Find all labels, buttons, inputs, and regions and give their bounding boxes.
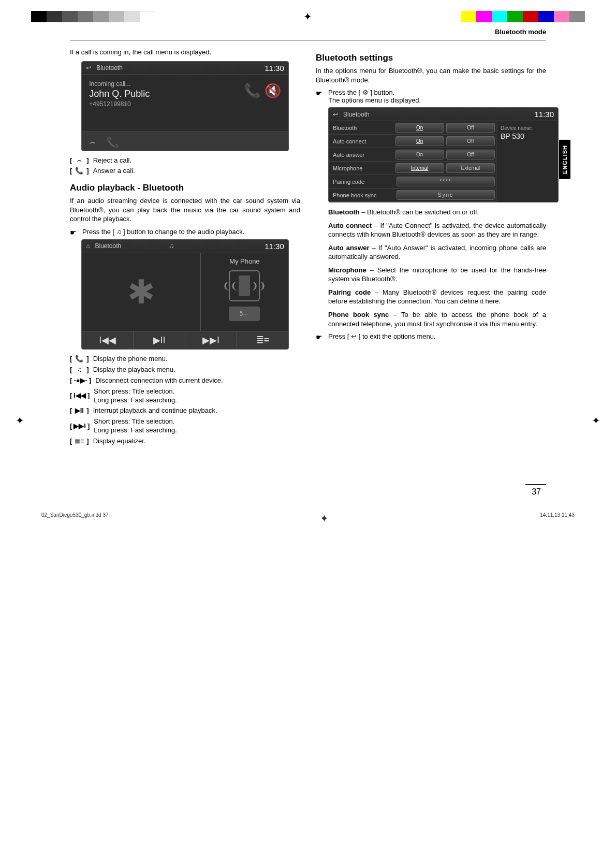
language-tab: ENGLISH (559, 140, 570, 179)
pickup-icon: 📞 (106, 136, 119, 149)
def-autoconnect: Auto connect – If "Auto Connect" is acti… (328, 221, 546, 239)
autoconnect-off: Off (446, 136, 495, 146)
audio-playback-screen: ⌂ Bluetooth ♫ 11:30 ✱ My Phone ❨❨❩❩ ⟟⟝ (81, 239, 289, 350)
phone-device-icon: ❨❨❩❩ (229, 270, 260, 301)
caller-number: +49512199810 (89, 100, 281, 108)
pointer-icon: ☛ (316, 333, 324, 341)
def-bluetooth: Bluetooth – Bluetooth® can be switched o… (328, 208, 546, 217)
registration-mark-icon: ✦ (303, 10, 312, 23)
def-pairing: Pairing code – Many Bluetooth® devices r… (328, 288, 546, 306)
section-header: Bluetooth mode (70, 28, 546, 40)
incoming-call-screen: ↩ Bluetooth 11:30 Incoming call... John … (81, 61, 289, 151)
mic-external: External (446, 163, 495, 173)
equalizer-icon: ≣≡ (237, 331, 288, 349)
page-number: 37 (525, 484, 546, 497)
clock: 11:30 (265, 64, 284, 72)
device-name: My Phone (229, 257, 260, 265)
home-icon: ⌂ (86, 242, 90, 250)
autoanswer-off: Off (446, 150, 495, 159)
bluetooth-on: On (395, 123, 444, 133)
prev-track-icon: I◀◀ (74, 391, 86, 400)
def-autoanswer: Auto answer – If "Auto Answer" is activa… (328, 243, 546, 262)
disconnect-icon: ⟟⟝ (229, 307, 260, 321)
bluetooth-off: Off (446, 123, 495, 133)
next-track-icon: ▶▶I (185, 331, 237, 349)
reject-icon: 🔇 (265, 83, 281, 99)
device-name-value: BP 530 (501, 132, 554, 140)
row-label: Auto answer (329, 149, 394, 161)
grayscale-swatches (31, 11, 154, 22)
clock: 11:30 (265, 242, 284, 251)
disconnect-desc: Disconnect connection with current devic… (95, 376, 300, 385)
pairing-code-value: **** (397, 177, 495, 186)
music-icon: ♫ (74, 366, 85, 374)
playback-menu-desc: Display the playback menu. (93, 366, 300, 374)
bluetooth-icon: ✱ (127, 273, 155, 311)
print-registration-bar: ✦ (0, 0, 616, 28)
pickup-icon: 📞 (74, 167, 85, 176)
footer-date: 14.11.13 11:43 (540, 512, 575, 525)
step-press-gear: Press the [ ⚙ ] button. (328, 89, 546, 96)
bluetooth-settings-screen: ↩ Bluetooth 11:30 Bluetooth On Off Auto … (328, 107, 559, 202)
intro-text: If a call is coming in, the call menu is… (70, 48, 300, 57)
audio-intro: If an audio streaming device is connecte… (70, 196, 300, 224)
row-label: Auto connect (329, 135, 394, 148)
def-sync: Phone book sync – To be able to access t… (328, 310, 546, 328)
row-label: Microphone (329, 162, 394, 175)
phone-menu-desc: Display the phone menu. (93, 355, 300, 364)
clock: 11:30 (534, 110, 554, 119)
audio-heading: Audio playback - Bluetooth (70, 183, 300, 193)
reject-call-desc: Reject a call. (93, 156, 300, 165)
pointer-icon: ☛ (316, 90, 324, 97)
row-label: Bluetooth (329, 122, 394, 134)
settings-intro: In the options menu for Bluetooth®, you … (316, 66, 546, 84)
autoanswer-on: On (395, 150, 444, 159)
sync-button: Sync (397, 190, 495, 200)
play-pause-icon: ▶II (134, 331, 185, 349)
exit-step: Press [ ↩ ] to exit the options menu. (328, 332, 546, 340)
eq-desc: Display equalizer. (93, 437, 300, 446)
equalizer-icon: ≣≡ (74, 437, 85, 446)
next-desc: Short press: Title selection. Long press… (94, 417, 300, 435)
audio-step: Press the [ ♫ ] button to change to the … (82, 228, 300, 236)
pause-desc: Interrupt playback and continue playback… (93, 407, 300, 415)
phone-icon: 📞 (74, 355, 85, 364)
def-microphone: Microphone – Select the microphone to be… (328, 266, 546, 284)
prev-track-icon: I◀◀ (82, 331, 134, 349)
pointer-icon: ☛ (70, 229, 78, 236)
screen-title: Bluetooth (96, 64, 123, 71)
row-label: Pairing code (329, 176, 395, 188)
row-label: Phone book sync (329, 189, 395, 201)
play-pause-icon: ▶II (74, 407, 85, 415)
hangup-icon: ⌢ (74, 156, 85, 165)
prev-desc: Short press: Title selection. Long press… (94, 387, 300, 405)
music-tab-icon: ♫ (169, 242, 174, 250)
back-icon: ↩ (333, 111, 338, 118)
autoconnect-on: On (395, 136, 444, 146)
color-swatches (461, 11, 585, 22)
screen-title: Bluetooth (95, 242, 122, 250)
footer-file: 02_SanDiego530_gb.indd 37 (41, 512, 109, 525)
step-result: The options menu is displayed. (328, 96, 546, 104)
device-name-label: Device name: (501, 125, 554, 131)
screen-title: Bluetooth (343, 111, 370, 118)
answer-icon: 📞 (244, 83, 260, 99)
answer-call-desc: Answer a call. (93, 167, 300, 176)
settings-heading: Bluetooth settings (316, 53, 546, 63)
disconnect-icon: -●▶- (74, 376, 87, 385)
registration-mark-icon: ✦ (16, 414, 24, 427)
next-track-icon: ▶▶I (74, 422, 86, 431)
mic-internal: Internal (395, 163, 444, 173)
back-icon: ↩ (86, 64, 91, 71)
registration-mark-icon: ✦ (592, 414, 600, 427)
registration-mark-icon: ✦ (320, 512, 329, 525)
hangup-icon: ⌢ (89, 136, 96, 149)
